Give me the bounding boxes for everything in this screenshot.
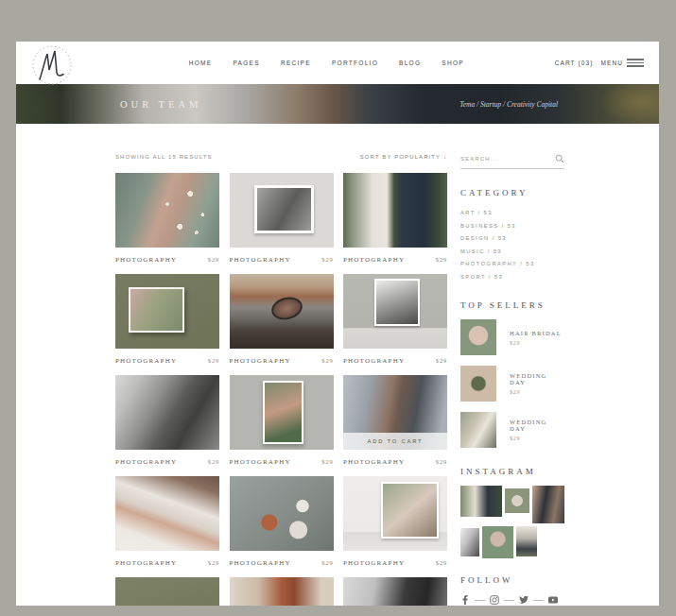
- page-title: OUR TEAM: [120, 99, 201, 110]
- product-card: PHOTOGRAPHY $29: [115, 476, 219, 567]
- product-card: ADD TO CART PHOTOGRAPHY $29: [343, 375, 447, 466]
- category-section: CATEGORY ART / 53BUSINESS / 53DESIGN / 5…: [460, 188, 564, 283]
- instagram-photo-rings-on-greenery[interactable]: [505, 488, 529, 513]
- product-image-framed-print-on-olive-wall[interactable]: [115, 274, 219, 349]
- top-seller-item[interactable]: HAIR BRIDAL $29: [460, 319, 564, 355]
- product-image-bw-kissing-couple[interactable]: [343, 577, 447, 606]
- product-name[interactable]: PHOTOGRAPHY: [343, 256, 405, 264]
- top-sellers-list: HAIR BRIDAL $29 WEDDING DAY $29 WEDDING …: [460, 319, 564, 448]
- logo[interactable]: [31, 44, 73, 86]
- product-name[interactable]: PHOTOGRAPHY: [230, 458, 291, 466]
- instagram-photo-couple-legs-outdoors[interactable]: [460, 486, 502, 517]
- product-image-bride-and-groom-holding-hands[interactable]: [343, 173, 447, 248]
- category-item-sport[interactable]: SPORT / 53: [460, 271, 564, 284]
- instagram-row: [460, 486, 564, 523]
- nav-item-shop[interactable]: SHOP: [442, 60, 464, 66]
- top-seller-name: HAIR BRIDAL: [510, 330, 562, 336]
- nav-item-pages[interactable]: PAGES: [233, 60, 259, 66]
- page-card: HOMEPAGESRECIPEPORTFOLIOBLOGSHOP CART (0…: [16, 42, 659, 606]
- product-name[interactable]: PHOTOGRAPHY: [230, 256, 291, 264]
- youtube-icon[interactable]: [548, 595, 558, 605]
- product-label-row: PHOTOGRAPHY $29: [230, 458, 334, 466]
- shop-toolbar: SHOWING ALL 15 RESULTS SORT BY POPULARIT…: [115, 154, 447, 160]
- product-name[interactable]: PHOTOGRAPHY: [115, 357, 177, 365]
- product-card: PHOTOGRAPHY $29: [115, 173, 219, 264]
- top-seller-item[interactable]: WEDDING DAY $29: [460, 366, 564, 402]
- product-name[interactable]: PHOTOGRAPHY: [115, 256, 177, 264]
- nav-item-blog[interactable]: BLOG: [399, 60, 421, 66]
- product-image-hanging-bw-dancing-bride-print[interactable]: [343, 274, 447, 349]
- nav-item-portfolio[interactable]: PORTFOLIO: [332, 60, 378, 66]
- instagram-photo-bridal-hair-flowers[interactable]: [482, 526, 513, 558]
- search-input[interactable]: [460, 156, 555, 162]
- top-seller-meta: WEDDING DAY $29: [510, 419, 564, 441]
- top-seller-meta: WEDDING DAY $29: [510, 372, 564, 395]
- main-nav: HOMEPAGESRECIPEPORTFOLIOBLOGSHOP: [189, 60, 464, 66]
- main-content: SHOWING ALL 15 RESULTS SORT BY POPULARIT…: [16, 124, 659, 606]
- nav-item-home[interactable]: HOME: [189, 60, 213, 66]
- product-name[interactable]: PHOTOGRAPHY: [343, 559, 405, 567]
- follow-title: FOLLOW: [460, 575, 564, 585]
- product-image-framed-print-on-green-wall[interactable]: [115, 577, 219, 606]
- menu-button[interactable]: MENU: [600, 59, 644, 67]
- hamburger-icon: [627, 59, 644, 67]
- product-price: $29: [436, 256, 447, 263]
- product-name[interactable]: PHOTOGRAPHY: [115, 559, 177, 567]
- breadcrumb[interactable]: Tema / Startup / Creativity Capital: [459, 100, 558, 109]
- product-image-bride-with-babys-breath-flowers[interactable]: [115, 173, 219, 248]
- instagram-photo-couple-with-bouquet[interactable]: [516, 526, 537, 556]
- category-item-music[interactable]: MUSIC / 53: [460, 246, 564, 259]
- product-image-motorcycle-mirror-desert-road[interactable]: [230, 274, 334, 349]
- product-name[interactable]: PHOTOGRAPHY: [343, 357, 405, 365]
- product-image-framed-bouquet-print-on-shelf[interactable]: [343, 476, 447, 551]
- instagram-photo-bw-bride[interactable]: [460, 528, 479, 556]
- product-image-bride-in-tulle-dress[interactable]: [115, 476, 219, 551]
- category-item-business[interactable]: BUSINESS / 53: [460, 220, 564, 233]
- icon-separator-dash: [504, 600, 514, 601]
- top-sellers-section: TOP SELLERS HAIR BRIDAL $29 WEDDING DAY …: [460, 300, 564, 448]
- cart-link[interactable]: CART (03): [555, 60, 594, 66]
- instagram-icon[interactable]: [490, 595, 499, 605]
- product-image-couple-under-veil[interactable]: ADD TO CART: [343, 375, 447, 450]
- product-image-framed-bw-couple-print[interactable]: [230, 173, 334, 248]
- category-item-design[interactable]: DESIGN / 53: [460, 232, 564, 246]
- product-card: PHOTOGRAPHY $29: [343, 476, 447, 567]
- top-seller-name: WEDDING DAY: [510, 372, 564, 385]
- product-label-row: PHOTOGRAPHY $29: [343, 357, 447, 365]
- product-price: $29: [321, 458, 333, 465]
- product-image-framed-portrait-with-fern[interactable]: [230, 375, 334, 450]
- twitter-icon[interactable]: [519, 595, 529, 605]
- sort-dropdown[interactable]: SORT BY POPULARITY ↓: [360, 154, 447, 160]
- product-name[interactable]: PHOTOGRAPHY: [343, 458, 405, 466]
- product-name[interactable]: PHOTOGRAPHY: [230, 559, 291, 567]
- add-to-cart-button[interactable]: ADD TO CART: [343, 433, 447, 450]
- product-card: PHOTOGRAPHY $29: [115, 375, 219, 466]
- category-item-art[interactable]: ART / 53: [460, 207, 564, 220]
- top-seller-thumbnail-bride-and-groom-portrait[interactable]: [460, 412, 496, 448]
- product-card: PHOTOGRAPHY $29: [230, 274, 334, 365]
- product-image-couple-on-rocky-cliff[interactable]: [230, 476, 334, 551]
- product-image-bw-embracing-couple[interactable]: [115, 375, 219, 450]
- product-image-red-haired-couple[interactable]: [230, 577, 334, 606]
- product-name[interactable]: PHOTOGRAPHY: [230, 357, 291, 365]
- product-name[interactable]: PHOTOGRAPHY: [115, 458, 177, 466]
- instagram-photo-bridesmaids[interactable]: [532, 486, 564, 523]
- top-seller-item[interactable]: WEDDING DAY $29: [460, 412, 564, 448]
- product-card: PHOTOGRAPHY $29: [343, 274, 447, 365]
- search-box: [460, 154, 564, 169]
- magnifier-icon[interactable]: [555, 154, 564, 163]
- product-label-row: PHOTOGRAPHY $29: [343, 458, 447, 466]
- top-seller-thumbnail-hands-holding-rings[interactable]: [460, 366, 496, 402]
- sidebar: CATEGORY ART / 53BUSINESS / 53DESIGN / 5…: [460, 154, 564, 606]
- facebook-icon[interactable]: [460, 595, 470, 605]
- product-label-row: PHOTOGRAPHY $29: [115, 357, 219, 365]
- product-price: $29: [321, 256, 333, 263]
- product-card: PHOTOGRAPHY $29: [115, 577, 219, 606]
- product-price: $29: [436, 458, 447, 465]
- nav-item-recipe[interactable]: RECIPE: [281, 60, 311, 66]
- follow-section: FOLLOW: [460, 575, 564, 605]
- top-seller-thumbnail-bridal-hair-with-flowers[interactable]: [460, 319, 496, 355]
- instagram-row: [460, 526, 564, 558]
- category-item-photography[interactable]: PHOTOGRAPHY / 53: [460, 258, 564, 271]
- product-card: PHOTOGRAPHY $29: [343, 577, 447, 606]
